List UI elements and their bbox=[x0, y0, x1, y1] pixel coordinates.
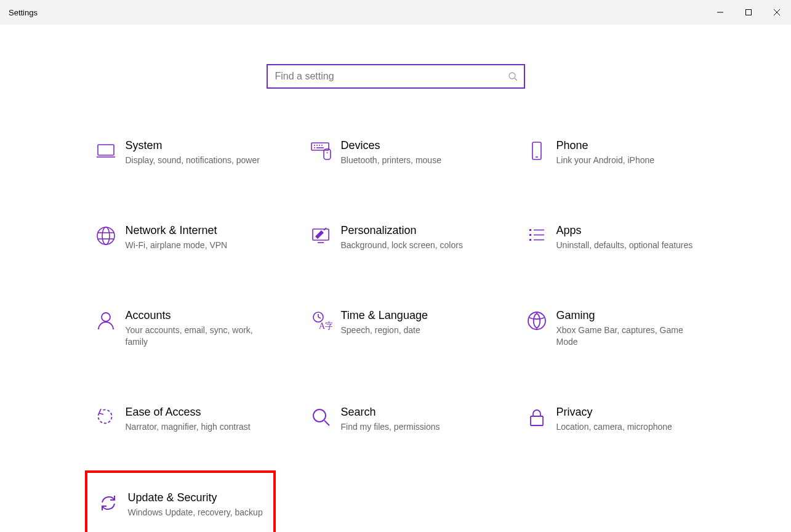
minimize-button[interactable] bbox=[706, 0, 734, 25]
close-icon bbox=[773, 9, 781, 16]
search-icon bbox=[508, 71, 518, 81]
tile-time-language[interactable]: A字 Time & Language Speech, region, date bbox=[300, 308, 491, 349]
maximize-icon bbox=[745, 9, 752, 16]
tile-desc: Uninstall, defaults, optional features bbox=[556, 240, 693, 251]
tile-desc: Your accounts, email, sync, work, family bbox=[126, 324, 267, 348]
search-row: Find a setting bbox=[0, 64, 791, 89]
tile-title: Ease of Access bbox=[126, 406, 251, 419]
svg-rect-6 bbox=[98, 145, 114, 155]
tile-title: System bbox=[126, 139, 260, 152]
tile-ease-of-access[interactable]: Ease of Access Narrator, magnifier, high… bbox=[85, 405, 276, 434]
svg-point-38 bbox=[313, 409, 326, 422]
tile-phone[interactable]: Phone Link your Android, iPhone bbox=[516, 138, 707, 167]
svg-point-37 bbox=[528, 312, 545, 329]
tile-apps[interactable]: Apps Uninstall, defaults, optional featu… bbox=[516, 223, 707, 252]
tile-title: Phone bbox=[556, 139, 655, 152]
svg-point-4 bbox=[509, 73, 515, 79]
time-language-icon: A字 bbox=[303, 309, 340, 331]
tile-title: Gaming bbox=[556, 309, 698, 322]
svg-line-39 bbox=[324, 421, 329, 425]
window-title: Settings bbox=[9, 8, 38, 17]
svg-line-5 bbox=[515, 78, 517, 81]
tile-desc: Background, lock screen, colors bbox=[341, 240, 463, 251]
ease-of-access-icon bbox=[87, 406, 124, 428]
tile-update-security[interactable]: Update & Security Windows Update, recove… bbox=[85, 470, 276, 532]
tile-desc: Bluetooth, printers, mouse bbox=[341, 155, 441, 166]
search-input[interactable]: Find a setting bbox=[267, 64, 525, 89]
tile-title: Personalization bbox=[341, 224, 463, 237]
tile-devices[interactable]: Devices Bluetooth, printers, mouse bbox=[300, 138, 491, 167]
svg-rect-28 bbox=[529, 234, 531, 236]
svg-text:A字: A字 bbox=[319, 321, 332, 331]
phone-icon bbox=[518, 139, 555, 161]
svg-point-32 bbox=[102, 313, 110, 321]
gaming-icon bbox=[518, 309, 555, 331]
tile-title: Privacy bbox=[556, 406, 672, 419]
tile-title: Search bbox=[341, 406, 440, 419]
tile-desc: Wi-Fi, airplane mode, VPN bbox=[126, 240, 228, 251]
tile-title: Update & Security bbox=[128, 491, 263, 504]
settings-grid: System Display, sound, notifications, po… bbox=[85, 138, 707, 532]
tile-network[interactable]: Network & Internet Wi-Fi, airplane mode,… bbox=[85, 223, 276, 252]
svg-rect-30 bbox=[529, 239, 531, 241]
tile-title: Devices bbox=[341, 139, 441, 152]
tile-personalization[interactable]: Personalization Background, lock screen,… bbox=[300, 223, 491, 252]
tile-desc: Link your Android, iPhone bbox=[556, 155, 655, 166]
tile-desc: Location, camera, microphone bbox=[556, 421, 672, 433]
tile-privacy[interactable]: Privacy Location, camera, microphone bbox=[516, 405, 707, 434]
tile-gaming[interactable]: Gaming Xbox Game Bar, captures, Game Mod… bbox=[516, 308, 707, 349]
svg-line-35 bbox=[318, 317, 321, 318]
svg-rect-40 bbox=[531, 416, 543, 425]
tile-title: Time & Language bbox=[341, 309, 428, 322]
svg-point-16 bbox=[326, 152, 327, 153]
tile-title: Network & Internet bbox=[126, 224, 228, 237]
tile-desc: Find my files, permissions bbox=[341, 421, 440, 433]
svg-point-19 bbox=[97, 227, 114, 244]
network-icon bbox=[87, 224, 124, 246]
devices-icon bbox=[303, 139, 340, 161]
close-button[interactable] bbox=[763, 0, 791, 25]
search-placeholder: Find a setting bbox=[275, 71, 508, 82]
tile-title: Accounts bbox=[126, 309, 267, 322]
tile-title: Apps bbox=[556, 224, 693, 237]
tile-desc: Xbox Game Bar, captures, Game Mode bbox=[556, 324, 698, 348]
privacy-icon bbox=[518, 406, 555, 428]
tile-search[interactable]: Search Find my files, permissions bbox=[300, 405, 491, 434]
tile-system[interactable]: System Display, sound, notifications, po… bbox=[85, 138, 276, 167]
maximize-button[interactable] bbox=[734, 0, 763, 25]
svg-rect-1 bbox=[746, 10, 752, 15]
accounts-icon bbox=[87, 309, 124, 331]
apps-icon bbox=[518, 224, 555, 246]
window-controls bbox=[706, 0, 791, 25]
tile-desc: Speech, region, date bbox=[341, 324, 428, 336]
svg-rect-26 bbox=[529, 229, 531, 231]
personalization-icon bbox=[303, 224, 340, 246]
tile-desc: Narrator, magnifier, high contrast bbox=[126, 421, 251, 433]
update-security-icon bbox=[90, 491, 127, 514]
tile-desc: Display, sound, notifications, power bbox=[126, 155, 260, 166]
search-tile-icon bbox=[303, 406, 340, 428]
system-icon bbox=[87, 139, 124, 161]
tile-accounts[interactable]: Accounts Your accounts, email, sync, wor… bbox=[85, 308, 276, 349]
minimize-icon bbox=[717, 9, 724, 16]
svg-point-20 bbox=[102, 227, 110, 244]
titlebar: Settings bbox=[0, 0, 791, 25]
tile-desc: Windows Update, recovery, backup bbox=[128, 507, 263, 518]
